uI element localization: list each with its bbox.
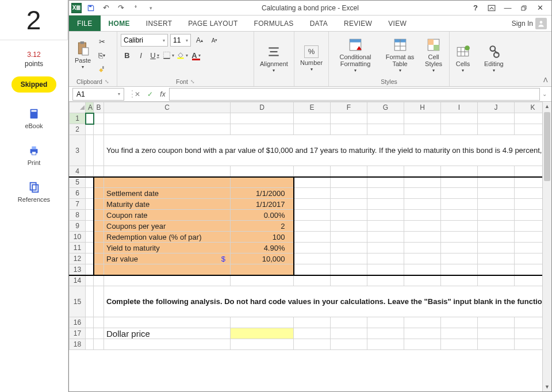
undo-button[interactable]: ↶ [100,2,112,14]
tab-data[interactable]: DATA [302,16,336,31]
row-header[interactable]: 11 [70,243,86,253]
skipped-badge[interactable]: Skipped [12,76,57,93]
col-header[interactable]: A [86,102,94,113]
conditional-formatting-button[interactable]: Conditional Formatting▾ [332,36,378,75]
col-header[interactable]: D [231,102,294,113]
alignment-button[interactable]: Alignment▾ [258,43,290,75]
row-header[interactable]: 16 [70,317,86,328]
close-button[interactable]: ✕ [533,2,547,14]
qat-customize-button[interactable]: ▾ [145,2,156,14]
tab-file[interactable]: FILE [69,16,101,31]
input-value[interactable]: 4.90% [231,243,294,253]
paste-button[interactable]: Paste▾ [72,40,93,71]
name-box[interactable]: A1▾ [72,88,124,101]
dialog-launcher-icon[interactable]: ⤡ [190,79,195,84]
format-painter-button[interactable] [95,63,108,76]
cut-button[interactable]: ✂ [95,36,108,48]
restore-button[interactable] [517,2,531,14]
enter-formula-button[interactable]: ✓ [144,88,156,101]
underline-button[interactable]: U [148,49,161,62]
col-header[interactable]: F [331,102,367,113]
row-header[interactable]: 9 [70,221,86,232]
row-header[interactable]: 1 [70,113,86,124]
shrink-font-button[interactable]: A▾ [208,34,221,47]
touch-mode-button[interactable] [130,2,141,14]
input-value[interactable]: 1/1/2017 [231,199,294,210]
font-size-select[interactable]: 11▾ [170,34,191,47]
row-header[interactable]: 8 [70,210,86,221]
redo-button[interactable]: ↷ [115,2,126,14]
ribbon-display-button[interactable] [485,2,499,14]
tab-view[interactable]: VIEW [380,16,415,31]
borders-button[interactable] [162,49,175,62]
input-value[interactable]: 100 [231,232,294,243]
editing-button[interactable]: Editing▾ [482,43,506,75]
minimize-button[interactable]: — [501,2,515,14]
collapse-ribbon-button[interactable]: ᐱ [543,76,548,84]
row-header[interactable]: 18 [70,339,86,350]
copy-button[interactable]: ⎘▾ [95,49,108,62]
scroll-up-button[interactable]: ▲ [543,102,551,111]
col-header[interactable]: E [294,102,331,113]
insert-function-button[interactable]: fx [156,88,169,101]
row-header[interactable]: 14 [70,275,86,286]
row-header[interactable]: 3 [70,135,86,166]
grow-font-button[interactable]: A▴ [193,34,206,47]
scroll-down-button[interactable]: ▼ [543,382,551,391]
col-header[interactable]: B [94,102,104,113]
number-button[interactable]: %Number▾ [298,44,325,74]
sign-in-link[interactable]: Sign In [512,20,533,28]
cancel-formula-button[interactable]: ✕ [131,88,144,101]
dialog-launcher-icon[interactable]: ⤡ [105,79,109,84]
vertical-scrollbar[interactable]: ▲ ▼ [542,102,551,391]
problem-text: You find a zero coupon bond with a par v… [104,135,551,166]
bold-button[interactable]: B [121,49,133,62]
row-header[interactable]: 7 [70,199,86,210]
excel-logo-icon: X≣ [71,3,82,13]
col-header[interactable]: I [441,102,478,113]
italic-button[interactable]: I [135,49,147,62]
format-as-table-button[interactable]: Format as Table▾ [383,36,417,75]
col-header[interactable]: H [404,102,441,113]
row-header[interactable]: 5 [70,177,86,188]
tab-review[interactable]: REVIEW [336,16,380,31]
tab-page-layout[interactable]: PAGE LAYOUT [180,16,246,31]
cell-A1[interactable] [86,113,94,124]
expand-formula-bar-button[interactable]: ⌄ [540,91,549,97]
col-header[interactable]: C [104,102,231,113]
avatar-icon[interactable] [535,18,547,29]
input-value[interactable]: 10,000 [231,253,294,264]
input-value[interactable]: 1/1/2000 [231,188,294,199]
help-button[interactable]: ? [469,2,482,14]
scroll-thumb[interactable] [544,112,550,181]
tab-formulas[interactable]: FORMULAS [246,16,302,31]
sidebar-item-ebook[interactable]: eBook [25,107,43,129]
svg-point-34 [465,45,470,51]
select-all-button[interactable] [70,102,86,113]
row-header[interactable]: 12 [70,253,86,264]
spreadsheet-grid[interactable]: A B C D E F G H I J K 1 2 3You find a ze… [69,102,551,350]
tab-insert[interactable]: INSERT [138,16,181,31]
cell-styles-button[interactable]: Cell Styles▾ [421,36,446,75]
row-header[interactable]: 10 [70,232,86,243]
input-value[interactable]: 2 [231,221,294,232]
col-header[interactable]: G [367,102,404,113]
row-header[interactable]: 13 [70,264,86,275]
font-name-select[interactable]: Calibri▾ [121,34,168,47]
save-icon[interactable] [85,2,97,14]
tab-home[interactable]: HOME [101,16,138,31]
input-value[interactable]: 0.00% [231,210,294,221]
row-header[interactable]: 4 [70,166,86,177]
row-header[interactable]: 15 [70,286,86,317]
cells-button[interactable]: Cells▾ [453,43,473,75]
font-color-button[interactable]: A [190,49,202,62]
sidebar-item-print[interactable]: Print [28,144,41,166]
fill-color-button[interactable] [176,49,189,62]
row-header[interactable]: 2 [70,124,86,135]
dollar-price-cell[interactable] [231,328,294,339]
col-header[interactable]: J [478,102,515,113]
sidebar-item-references[interactable]: References [18,181,50,203]
formula-input[interactable] [169,88,540,101]
row-header[interactable]: 6 [70,188,86,199]
row-header[interactable]: 17 [70,328,86,339]
